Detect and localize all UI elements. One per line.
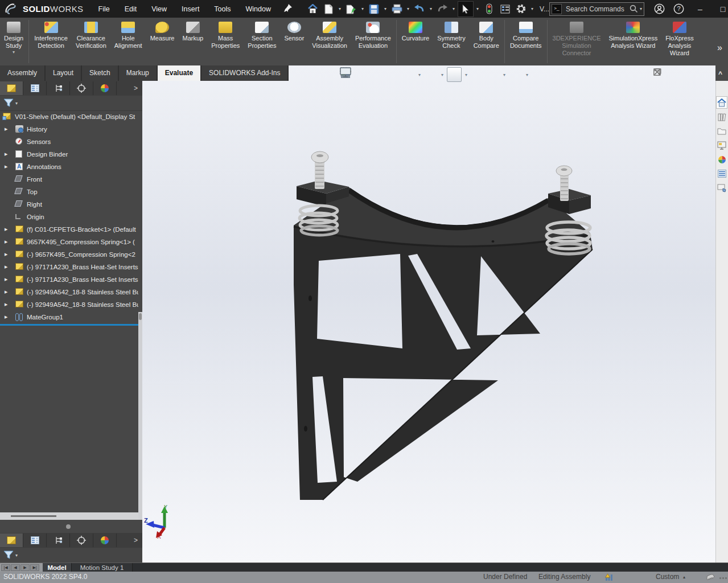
expand-arrow-icon[interactable]: ▶ bbox=[5, 286, 7, 298]
tree-item-component-spring2[interactable]: ▶(-) 9657K495_Compression Spring<2 bbox=[0, 248, 138, 261]
menu-view[interactable]: View bbox=[151, 5, 167, 13]
hide-show-caret[interactable]: ▾ bbox=[463, 72, 469, 77]
display-style-icon[interactable] bbox=[424, 68, 438, 81]
select-dropdown-caret[interactable]: ▾ bbox=[475, 6, 480, 11]
performance-evaluation-button[interactable]: Performance Evaluation bbox=[351, 18, 395, 65]
previous-view-icon[interactable] bbox=[371, 68, 384, 81]
tree-item-right-plane[interactable]: Right bbox=[0, 198, 138, 211]
first-tab-button[interactable]: |◀ bbox=[1, 564, 10, 571]
dimxpertmanager-tab-lower[interactable] bbox=[70, 533, 93, 547]
configurationmanager-tab-lower[interactable] bbox=[47, 533, 70, 547]
tree-item-history[interactable]: ▶History bbox=[0, 123, 138, 136]
tree-item-mategroup[interactable]: ▶MateGroup1 bbox=[0, 311, 138, 323]
model-canvas[interactable] bbox=[142, 65, 715, 563]
performance-warning-icon[interactable] bbox=[605, 573, 614, 583]
search-commands-box[interactable]: >_ ▾ bbox=[549, 2, 644, 16]
new-document-icon[interactable] bbox=[321, 2, 336, 17]
edit-appearance-icon[interactable] bbox=[471, 68, 484, 81]
tree-root-assembly[interactable]: V01-Shelve (Default) <Default_Display St bbox=[0, 110, 138, 123]
zoom-area-icon[interactable] bbox=[355, 68, 369, 81]
tree-filter-row[interactable]: ▾ bbox=[0, 96, 142, 111]
close-icon[interactable] bbox=[653, 68, 661, 76]
rebuild-icon[interactable] bbox=[482, 2, 496, 17]
scrollbar-thumb[interactable] bbox=[11, 515, 56, 517]
display-style-caret[interactable]: ▾ bbox=[439, 72, 445, 77]
menu-file[interactable]: File bbox=[98, 5, 110, 13]
expand-arrow-icon[interactable]: ▶ bbox=[5, 298, 7, 311]
view-orientation-icon[interactable] bbox=[401, 68, 415, 81]
expand-arrow-icon[interactable]: ▶ bbox=[5, 148, 7, 161]
home-icon[interactable] bbox=[716, 96, 727, 109]
hole-alignment-button[interactable]: Hole Alignment bbox=[110, 18, 146, 65]
tree-item-sensors[interactable]: Sensors bbox=[0, 136, 138, 148]
minimize-button[interactable]: – bbox=[689, 5, 711, 14]
featuremanager-tab[interactable] bbox=[0, 81, 23, 95]
tree-item-component-screw1[interactable]: ▶(-) 92949A542_18-8 Stainless Steel Bu bbox=[0, 286, 138, 298]
section-properties-button[interactable]: Section Properties bbox=[244, 18, 280, 65]
new-dropdown-caret[interactable]: ▾ bbox=[337, 6, 343, 11]
forum-icon[interactable] bbox=[716, 182, 727, 194]
menu-window[interactable]: Window bbox=[246, 5, 271, 13]
open-dropdown-caret[interactable]: ▾ bbox=[360, 6, 365, 11]
displaymanager-tab-lower[interactable] bbox=[93, 533, 117, 547]
tree-horizontal-scrollbar[interactable] bbox=[0, 512, 138, 520]
tab-sketch[interactable]: Sketch bbox=[82, 65, 118, 81]
propertymanager-tab-lower[interactable] bbox=[23, 533, 47, 547]
sensor-button[interactable]: Sensor bbox=[280, 18, 308, 65]
user-account-icon[interactable] bbox=[650, 3, 669, 14]
ribbon-overflow-chevron[interactable]: » bbox=[717, 43, 722, 53]
mass-properties-button[interactable]: Mass Properties bbox=[207, 18, 244, 65]
simulationxpress-wizard-button[interactable]: SimulationXpress Analysis Wizard bbox=[605, 18, 662, 65]
hide-show-items-icon[interactable] bbox=[447, 67, 462, 82]
menu-tools[interactable]: Tools bbox=[214, 5, 231, 13]
print-dropdown-caret[interactable]: ▾ bbox=[405, 6, 411, 11]
panel-tabs-chevron[interactable]: > bbox=[134, 536, 138, 544]
featuremanager-tab-lower[interactable] bbox=[0, 533, 23, 547]
tree-item-design-binder[interactable]: ▶Design Binder bbox=[0, 148, 138, 161]
tree-item-component-screw2[interactable]: ▶(-) 92949A542_18-8 Stainless Steel Bu bbox=[0, 298, 138, 311]
last-tab-button[interactable]: ▶| bbox=[30, 564, 39, 571]
clearance-verification-button[interactable]: Clearance Verification bbox=[72, 18, 110, 65]
save-dropdown-caret[interactable]: ▾ bbox=[382, 6, 388, 11]
appearances-icon[interactable] bbox=[716, 153, 727, 166]
symmetry-check-button[interactable]: Symmetry Check bbox=[433, 18, 470, 65]
tag-icon[interactable] bbox=[706, 573, 715, 582]
design-library-icon[interactable] bbox=[716, 110, 727, 123]
maximize-button[interactable]: □ bbox=[711, 5, 728, 14]
configurationmanager-tab[interactable] bbox=[47, 81, 70, 95]
help-icon[interactable]: ? bbox=[669, 3, 689, 14]
print-icon[interactable] bbox=[389, 2, 404, 17]
pin-menu-icon[interactable] bbox=[283, 3, 293, 15]
floxpress-wizard-button[interactable]: FloXpress Analysis Wizard bbox=[661, 18, 698, 65]
tree-item-component-bracket[interactable]: ▶(f) C01-CFPETG-Bracket<1> (Default bbox=[0, 223, 138, 236]
displaymanager-tab[interactable] bbox=[93, 81, 117, 95]
tab-evaluate[interactable]: Evaluate bbox=[158, 65, 200, 81]
rollback-bar[interactable] bbox=[0, 324, 138, 326]
expand-arrow-icon[interactable]: ▶ bbox=[5, 273, 7, 286]
graphics-viewport[interactable]: ▾ ▾ ▾ ▾ ▾ Y Z X bbox=[142, 65, 715, 563]
view-settings-caret[interactable]: ▾ bbox=[524, 72, 530, 77]
expand-arrow-icon[interactable]: ▶ bbox=[5, 161, 7, 173]
custom-properties-icon[interactable] bbox=[716, 167, 727, 180]
custom-caret-icon[interactable]: ▴ bbox=[683, 574, 685, 580]
panel-splitter[interactable] bbox=[0, 520, 142, 533]
expand-arrow-icon[interactable]: ▶ bbox=[5, 261, 7, 273]
display-settings-icon[interactable] bbox=[497, 2, 512, 17]
tree-item-component-spring1[interactable]: ▶9657K495_Compression Spring<1> ( bbox=[0, 236, 138, 248]
expand-arrow-icon[interactable]: ▶ bbox=[5, 123, 7, 136]
assembly-visualization-button[interactable]: Assembly Visualization bbox=[308, 18, 351, 65]
expand-arrow-icon[interactable]: ▶ bbox=[5, 311, 7, 323]
design-study-button[interactable]: Design Study▾ bbox=[0, 18, 27, 65]
tree-item-annotations[interactable]: ▶AAnnotations bbox=[0, 161, 138, 173]
dimxpertmanager-tab[interactable] bbox=[70, 81, 93, 95]
compare-documents-button[interactable]: Compare Documents bbox=[506, 18, 546, 65]
expand-arrow-icon[interactable]: ▶ bbox=[5, 236, 7, 248]
view-orientation-caret[interactable]: ▾ bbox=[417, 72, 422, 77]
file-explorer-icon[interactable] bbox=[716, 125, 727, 137]
search-input[interactable] bbox=[565, 5, 630, 14]
search-icon[interactable] bbox=[630, 5, 638, 13]
custom-view-selector[interactable]: Custom bbox=[656, 573, 679, 581]
tab-layout[interactable]: Layout bbox=[46, 65, 81, 81]
view-settings-icon[interactable] bbox=[509, 68, 523, 81]
options-dropdown-caret[interactable]: ▾ bbox=[529, 6, 535, 11]
